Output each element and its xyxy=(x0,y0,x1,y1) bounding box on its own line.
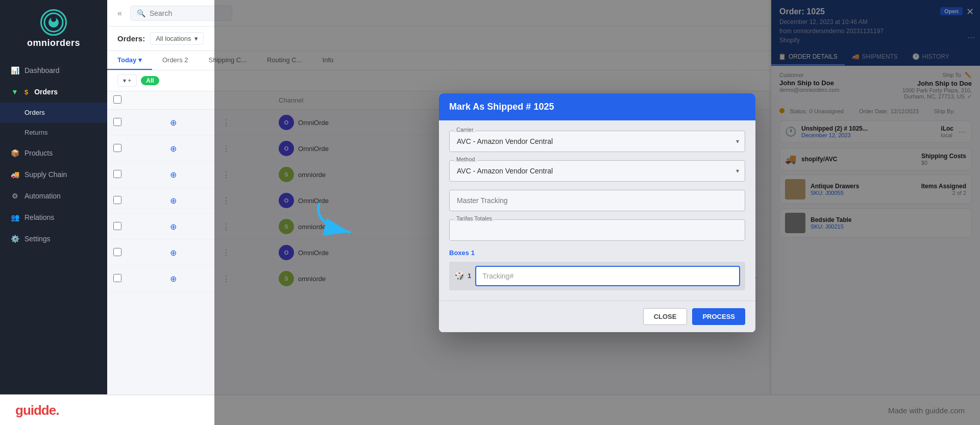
row-checkbox[interactable] xyxy=(113,196,121,204)
sidebar-item-orders[interactable]: Orders xyxy=(0,103,107,122)
row-checkbox[interactable] xyxy=(113,222,121,230)
box-number: 🎲 1 xyxy=(454,271,471,281)
add-icon[interactable]: ⊕ xyxy=(170,170,177,179)
modal-header: Mark As Shipped # 1025 xyxy=(439,93,755,120)
chevron-down-icon: ▾ xyxy=(194,35,198,42)
logo-icon xyxy=(40,9,67,36)
close-modal-button[interactable]: CLOSE xyxy=(643,308,688,325)
sidebar-item-returns[interactable]: Returns xyxy=(0,122,107,142)
modal-overlay: Mark As Shipped # 1025 Carrier AVC - Ama… xyxy=(214,0,980,425)
sidebar-collapse-button[interactable]: « xyxy=(117,9,122,18)
sidebar-item-settings[interactable]: ⚙️ Settings xyxy=(0,228,107,249)
main-content: « 🔍 Orders: All locations ▾ Today ▾ Orde… xyxy=(107,0,980,425)
row-checkbox[interactable] xyxy=(113,170,121,178)
filter-all-badge[interactable]: All xyxy=(141,76,159,85)
guidde-logo: guidde. xyxy=(15,403,59,418)
add-icon[interactable]: ⊕ xyxy=(170,222,177,231)
orders-label: Orders: xyxy=(117,34,145,43)
mark-as-shipped-modal: Mark As Shipped # 1025 Carrier AVC - Ama… xyxy=(439,93,755,332)
settings-icon: ⚙️ xyxy=(10,234,19,243)
supply-chain-icon: 🚚 xyxy=(10,170,19,179)
process-button[interactable]: PROCESS xyxy=(692,308,745,325)
location-value: All locations xyxy=(156,35,191,42)
sidebar-item-orders-section[interactable]: ▼ $ Orders xyxy=(0,81,107,103)
carrier-label: Carrier xyxy=(454,127,476,133)
sidebar: omniorders 📊 Dashboard ▼ $ Orders Orders… xyxy=(0,0,107,425)
relations-icon: 👥 xyxy=(10,213,19,222)
tarifas-label: Tarifas Totales xyxy=(454,215,494,221)
modal-body: Carrier AVC - Amazon Vendor Central ▾ Me… xyxy=(439,120,755,301)
add-icon[interactable]: ⊕ xyxy=(170,274,177,283)
row-checkbox[interactable] xyxy=(113,274,121,282)
box-row: 🎲 1 xyxy=(449,262,745,290)
app-logo: omniorders xyxy=(0,0,107,56)
master-tracking-group xyxy=(449,190,745,211)
master-tracking-input[interactable] xyxy=(449,190,745,211)
filter-icon: ▾ + xyxy=(123,77,131,84)
modal-footer: CLOSE PROCESS xyxy=(439,301,755,332)
svg-point-2 xyxy=(51,17,56,22)
row-checkbox[interactable] xyxy=(113,144,121,152)
automation-icon: ⚙ xyxy=(10,191,19,201)
select-all-checkbox[interactable] xyxy=(113,95,121,104)
box-icon: 🎲 xyxy=(454,271,464,281)
row-checkbox[interactable] xyxy=(113,248,121,256)
method-select[interactable]: AVC - Amazon Vendor Central xyxy=(449,160,745,182)
sidebar-item-dashboard[interactable]: 📊 Dashboard xyxy=(0,60,107,81)
sidebar-navigation: 📊 Dashboard ▼ $ Orders Orders Returns 📦 … xyxy=(0,56,107,401)
orders-icon: ▼ xyxy=(10,87,19,96)
tracking-input[interactable] xyxy=(475,266,740,286)
sidebar-item-relations[interactable]: 👥 Relations xyxy=(0,207,107,228)
row-checkbox[interactable] xyxy=(113,118,121,126)
carrier-group: Carrier AVC - Amazon Vendor Central ▾ xyxy=(449,131,745,152)
method-label: Method xyxy=(454,156,477,162)
modal-title: Mark As Shipped # 1025 xyxy=(449,102,554,112)
tarifas-input[interactable]: 0 xyxy=(449,219,745,241)
filter-button[interactable]: ▾ + xyxy=(117,74,137,87)
add-icon[interactable]: ⊕ xyxy=(170,118,177,127)
location-dropdown[interactable]: All locations ▾ xyxy=(150,32,203,45)
search-input[interactable] xyxy=(150,9,216,17)
add-icon[interactable]: ⊕ xyxy=(170,196,177,205)
sidebar-item-products[interactable]: 📦 Products xyxy=(0,142,107,164)
guidde-text: guidde. xyxy=(15,403,59,418)
tarifas-group: Tarifas Totales 0 xyxy=(449,219,745,241)
add-icon[interactable]: ⊕ xyxy=(170,248,177,257)
sidebar-item-automation[interactable]: ⚙ Automation xyxy=(0,185,107,207)
method-group: Method AVC - Amazon Vendor Central ▾ xyxy=(449,160,745,182)
boxes-label: Boxes 1 xyxy=(449,249,745,257)
sidebar-item-supply-chain[interactable]: 🚚 Supply Chain xyxy=(0,164,107,185)
dashboard-icon: 📊 xyxy=(10,66,19,75)
tab-orders2[interactable]: Orders 2 xyxy=(152,51,199,70)
tab-today[interactable]: Today ▾ xyxy=(107,51,152,70)
search-icon: 🔍 xyxy=(137,9,145,17)
add-icon[interactable]: ⊕ xyxy=(170,144,177,153)
app-name: omniorders xyxy=(27,38,80,48)
products-icon: 📦 xyxy=(10,148,19,158)
carrier-select[interactable]: AVC - Amazon Vendor Central xyxy=(449,131,745,152)
